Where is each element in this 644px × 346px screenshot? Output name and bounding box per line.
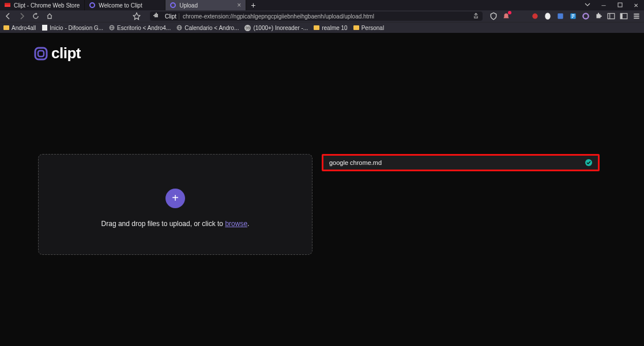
bookmark-label: (1000+) Inoreader -...	[253, 25, 308, 31]
svg-point-3	[171, 3, 175, 7]
extensions-puzzle-icon[interactable]	[594, 12, 602, 20]
site-identity-label: Clipt	[163, 13, 179, 20]
ext-icon[interactable]	[556, 12, 564, 20]
bookmark-item[interactable]: Inicio - Difoosion G...	[42, 25, 103, 31]
window-minimize-button[interactable]: ─	[596, 2, 612, 9]
ext-icon[interactable]	[569, 12, 577, 20]
bookmark-label: Calendario < Andro...	[184, 25, 239, 31]
new-tab-button[interactable]: +	[246, 0, 260, 10]
badge-icon: 99	[244, 25, 251, 31]
uploaded-file-row[interactable]: google chrome.md	[322, 154, 600, 171]
svg-rect-5	[155, 14, 158, 17]
page-icon	[42, 25, 47, 31]
close-tab-icon[interactable]: ×	[237, 1, 241, 9]
window-maximize-button[interactable]	[612, 2, 628, 9]
tab-title: Welcome to Clipt	[99, 2, 142, 9]
toolbar-action-icons	[489, 12, 641, 20]
svg-rect-9	[558, 13, 563, 18]
share-icon[interactable]	[473, 13, 479, 20]
store-favicon	[5, 2, 10, 8]
ext-icon[interactable]	[544, 12, 552, 20]
browser-tab[interactable]: Clipt - Chrome Web Store	[0, 0, 85, 10]
dropzone-suffix: .	[247, 220, 249, 228]
globe-icon	[109, 25, 115, 31]
bookmark-label: Andro4all	[12, 25, 36, 31]
brand-name: clipt	[51, 44, 81, 62]
clipt-favicon	[170, 2, 176, 8]
window-controls: ─ ✕	[579, 0, 644, 10]
svg-rect-26	[35, 48, 47, 59]
svg-rect-7	[153, 15, 155, 16]
clipt-mark-icon	[33, 46, 49, 62]
extension-icon	[153, 13, 159, 20]
nav-home-button[interactable]	[45, 12, 54, 21]
svg-point-8	[532, 13, 537, 18]
bookmark-item[interactable]: realme 10	[314, 25, 347, 31]
address-bar[interactable]: Clipt chrome-extension://ngpicahlgepngcp…	[150, 12, 483, 21]
svg-rect-27	[38, 51, 44, 57]
svg-point-2	[90, 3, 95, 7]
nav-forward-button[interactable]	[17, 12, 27, 21]
nav-reload-button[interactable]	[31, 12, 40, 21]
tab-title: Upload	[179, 2, 198, 9]
ext-icon[interactable]	[582, 12, 590, 20]
svg-rect-4	[618, 3, 622, 7]
upload-success-icon	[585, 159, 592, 166]
dropzone-prompt: Drag and drop files to upload, or click …	[101, 220, 250, 228]
bookmark-star-icon[interactable]	[133, 12, 141, 20]
window-dropdown-icon[interactable]	[579, 2, 596, 9]
bookmark-item[interactable]: Escritorio < Andro4...	[109, 25, 171, 31]
page-content: clipt + Drag and drop files to upload, o…	[0, 33, 644, 346]
folder-icon	[353, 25, 359, 30]
browser-tab-active[interactable]: Upload ×	[165, 0, 246, 10]
bookmark-item[interactable]: Calendario < Andro...	[176, 25, 239, 31]
url-text: chrome-extension://ngpicahlgepngcpigiieb…	[183, 13, 469, 20]
dropzone-prefix: Drag and drop files to upload, or click …	[101, 220, 225, 228]
svg-point-11	[583, 13, 588, 18]
bookmark-label: Inicio - Difoosion G...	[50, 25, 103, 31]
svg-rect-12	[608, 13, 615, 18]
uploaded-filename: google chrome.md	[329, 159, 382, 166]
shield-icon[interactable]	[489, 12, 498, 20]
bookmark-item[interactable]: Personal	[353, 25, 384, 31]
folder-icon	[3, 25, 9, 30]
clipt-favicon	[89, 2, 95, 8]
folder-icon	[314, 25, 319, 30]
ext-icon[interactable]	[531, 12, 539, 20]
bookmark-label: realme 10	[322, 25, 347, 31]
notification-bell-icon[interactable]	[502, 12, 510, 20]
brand-logo: clipt	[33, 44, 81, 62]
nav-back-button[interactable]	[3, 12, 13, 21]
svg-rect-1	[5, 3, 10, 5]
tab-title: Clipt - Chrome Web Store	[14, 2, 80, 9]
globe-icon	[176, 25, 182, 31]
browser-toolbar: Clipt chrome-extension://ngpicahlgepngcp…	[0, 10, 644, 22]
browser-titlebar: Clipt - Chrome Web Store Welcome to Clip…	[0, 0, 644, 10]
bookmark-item[interactable]: Andro4all	[3, 25, 36, 31]
window-close-button[interactable]: ✕	[628, 2, 644, 9]
bookmark-label: Personal	[361, 25, 384, 31]
sidebar-icon[interactable]	[607, 12, 615, 20]
bookmarks-bar: Andro4all Inicio - Difoosion G... Escrit…	[0, 22, 644, 33]
bookmark-label: Escritorio < Andro4...	[117, 25, 171, 31]
bookmark-item[interactable]: 99(1000+) Inoreader -...	[244, 25, 308, 31]
browser-tab[interactable]: Welcome to Clipt	[85, 0, 165, 10]
svg-rect-15	[620, 13, 623, 18]
upload-dropzone[interactable]: + Drag and drop files to upload, or clic…	[38, 154, 312, 255]
screenshot-icon[interactable]	[620, 12, 628, 20]
app-menu-icon[interactable]	[632, 12, 641, 20]
svg-rect-6	[156, 13, 157, 14]
add-file-button[interactable]: +	[165, 189, 185, 208]
browse-link[interactable]: browse	[225, 220, 247, 228]
svg-rect-19	[42, 25, 47, 31]
